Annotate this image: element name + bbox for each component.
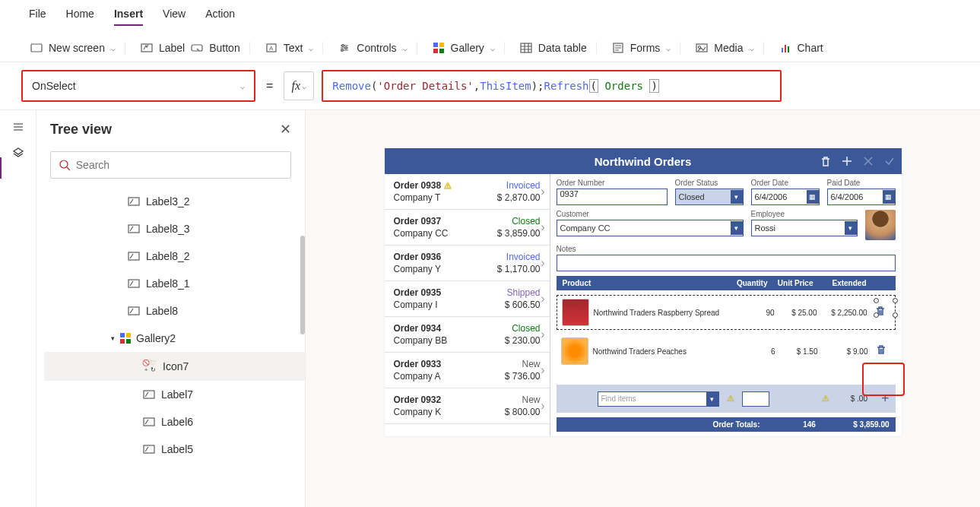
check-icon[interactable] — [883, 155, 896, 167]
gallery-icon — [433, 42, 445, 54]
tree-item-gallery[interactable]: ▾ Gallery2 — [44, 325, 305, 352]
warning-icon: ⚠ — [727, 394, 734, 404]
warning-icon: ⚠ — [822, 394, 829, 404]
hamburger-icon[interactable] — [12, 121, 24, 133]
chevron-down-icon: ⌵ — [309, 44, 313, 52]
property-selector[interactable]: OnSelect ⌵ — [21, 70, 255, 102]
gallery-button[interactable]: Gallery ⌵ — [433, 42, 495, 54]
svg-point-19 — [60, 160, 68, 168]
new-screen-label: New screen — [49, 42, 105, 54]
tree-item-label[interactable]: Label7 — [44, 381, 305, 408]
trash-icon[interactable] — [876, 344, 888, 356]
chevron-right-icon: › — [541, 363, 544, 377]
add-line-row: Find items ▾ ⚠ ⚠ $ .00 + — [557, 385, 896, 413]
order-row[interactable]: Order 0938 ⚠Invoiced Company T$ 2,870.00… — [385, 174, 550, 210]
detail-row[interactable]: Northwind Traders Peaches 6 $ 1.50 $ 9.0… — [557, 334, 896, 368]
order-row[interactable]: Order 0933New Company A$ 736.00 › — [385, 353, 550, 388]
customer-select[interactable]: Company CC▾ — [557, 220, 744, 236]
quantity-input[interactable] — [742, 391, 769, 407]
find-items-select[interactable]: Find items ▾ — [598, 391, 719, 407]
data-table-button[interactable]: Data table — [520, 42, 587, 54]
calendar-icon: ▦ — [807, 190, 819, 204]
tree-item-label[interactable]: Label5 — [44, 436, 305, 463]
tree-item-label[interactable]: Label8_3 — [44, 215, 305, 242]
tree-item-icon7[interactable]: 🚫♡+↻ Icon7 — [44, 352, 305, 381]
media-button[interactable]: Media ⌵ — [696, 42, 753, 54]
equals-sign: = — [263, 79, 276, 93]
chevron-right-icon: › — [541, 220, 544, 234]
menu-home[interactable]: Home — [66, 8, 94, 26]
fx-button[interactable]: fx ⌵ — [284, 71, 314, 100]
layers-icon[interactable] — [12, 147, 24, 159]
order-row[interactable]: Order 0937Closed Company CC$ 3,859.00 › — [385, 210, 550, 246]
product-image — [561, 337, 588, 365]
svg-rect-12 — [521, 43, 531, 52]
new-screen-button[interactable]: New screen ⌵ — [30, 42, 116, 54]
order-totals: Order Totals: 146 $ 3,859.00 — [557, 417, 896, 432]
label-button[interactable]: Label — [141, 42, 185, 54]
main-area: Tree view ✕ Label3_2 Label8_3 Label8_2 L… — [0, 110, 980, 507]
chart-button[interactable]: Chart — [779, 42, 823, 54]
resize-handles — [877, 301, 895, 315]
notes-field[interactable] — [557, 255, 896, 271]
plus-icon[interactable] — [841, 155, 853, 167]
svg-rect-22 — [128, 252, 139, 260]
tree-search-input[interactable] — [76, 159, 283, 171]
svg-rect-18 — [788, 46, 789, 52]
chart-btn-text: Chart — [798, 42, 823, 54]
formula-input[interactable]: Remove( 'Order Details', ThisItem ); Ref… — [322, 70, 782, 102]
detail-row[interactable]: Northwind Traders Raspberry Spread 90 $ … — [557, 295, 896, 330]
forms-button[interactable]: Forms ⌵ — [612, 42, 671, 54]
gallery-btn-text: Gallery — [451, 42, 484, 54]
scrollbar-thumb[interactable] — [300, 236, 305, 334]
left-rail — [0, 110, 36, 507]
svg-rect-0 — [31, 44, 42, 52]
forms-icon — [612, 42, 624, 54]
menu-action[interactable]: Action — [205, 8, 235, 26]
menu-view[interactable]: View — [163, 8, 186, 26]
order-row[interactable]: Order 0935Shipped Company I$ 606.50 › — [385, 281, 550, 317]
tree-item-label[interactable]: Label6 — [44, 408, 305, 436]
chevron-down-icon: ⌵ — [240, 82, 245, 90]
paid-date-field[interactable]: 6/4/2006▦ — [827, 189, 896, 205]
button-button[interactable]: Button — [191, 42, 239, 54]
chevron-right-icon: › — [541, 256, 544, 270]
order-number-field[interactable]: 0937 — [557, 189, 668, 205]
controls-btn-text: Controls — [357, 42, 396, 54]
tree-item-label[interactable]: Label8_2 — [44, 242, 305, 270]
order-date-field[interactable]: 6/4/2006▦ — [751, 189, 820, 205]
order-row[interactable]: Order 0934Closed Company BB$ 230.00 › — [385, 317, 550, 353]
tree-item-label[interactable]: Label3_2 — [44, 188, 305, 215]
employee-avatar — [865, 210, 896, 240]
trash-icon[interactable] — [820, 155, 832, 167]
app-titlebar: Northwind Orders — [385, 148, 902, 174]
menu-file[interactable]: File — [29, 8, 46, 26]
tree-item-label[interactable]: Label8_1 — [44, 270, 305, 297]
label-icon — [128, 250, 140, 262]
svg-point-15 — [699, 46, 701, 49]
formula-token: Remove — [332, 80, 371, 92]
order-status-select[interactable]: Closed▾ — [675, 189, 744, 205]
chevron-down-icon: ▾ — [845, 221, 857, 235]
text-button[interactable]: A Text ⌵ — [265, 42, 314, 54]
close-icon[interactable]: ✕ — [280, 121, 291, 138]
data-table-btn-text: Data table — [538, 42, 587, 54]
details-header: Product Quantity Unit Price Extended — [557, 276, 896, 290]
icons-icon: 🚫♡+↻ — [143, 360, 157, 373]
expand-icon[interactable]: ▾ — [111, 334, 115, 342]
label-icon — [143, 416, 155, 428]
cancel-icon[interactable] — [862, 155, 874, 167]
text-icon: A — [265, 42, 278, 54]
menu-insert[interactable]: Insert — [114, 8, 143, 26]
tree-item-label[interactable]: Label8 — [44, 297, 305, 325]
label-icon — [141, 42, 153, 54]
warning-icon: ⚠ — [444, 181, 452, 190]
employee-select[interactable]: Rossi▾ — [751, 220, 858, 236]
plus-icon[interactable]: + — [881, 391, 890, 407]
controls-button[interactable]: Controls ⌵ — [338, 42, 407, 54]
chart-icon — [779, 42, 791, 54]
order-row[interactable]: Order 0932New Company K$ 800.00 › — [385, 388, 550, 424]
order-row[interactable]: Order 0936Invoiced Company Y$ 1,170.00 › — [385, 246, 550, 281]
svg-rect-10 — [433, 49, 438, 53]
tree-search-box[interactable] — [50, 151, 291, 179]
